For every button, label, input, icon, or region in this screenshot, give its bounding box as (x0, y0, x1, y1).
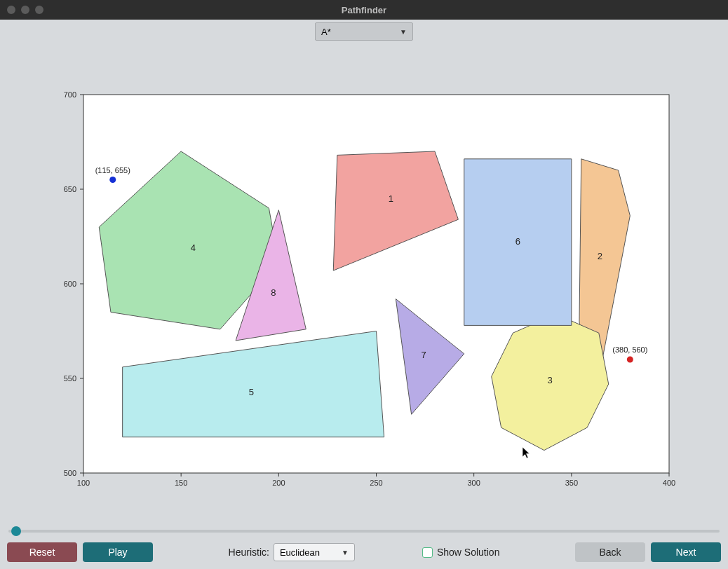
footer: Reset Play Heuristic: Euclidean ▼ Show S… (0, 524, 728, 569)
checkbox-box (422, 547, 433, 558)
slider-track (8, 530, 720, 533)
buttons-row: Reset Play Heuristic: Euclidean ▼ Show S… (7, 542, 721, 562)
svg-text:350: 350 (565, 479, 578, 487)
svg-text:250: 250 (370, 479, 382, 487)
toolbar: A* ▼ (0, 20, 728, 41)
group-center: Heuristic: Euclidean ▼ Show Solution (229, 543, 500, 561)
svg-text:550: 550 (64, 374, 76, 383)
svg-text:600: 600 (64, 280, 76, 288)
heuristic-select-value: Euclidean (280, 547, 320, 558)
polygon-label-2: 2 (598, 251, 602, 261)
algorithm-select-label: A* (321, 27, 331, 37)
reset-button[interactable]: Reset (7, 542, 77, 562)
maximize-icon[interactable] (35, 6, 43, 14)
minimize-icon[interactable] (21, 6, 29, 14)
heuristic-label: Heuristic: (229, 547, 269, 558)
polygon-label-1: 1 (389, 193, 393, 204)
point-goal (627, 357, 633, 363)
progress-slider[interactable] (7, 524, 721, 538)
group-left: Reset Play (7, 542, 153, 562)
svg-text:400: 400 (663, 479, 675, 487)
polygon-label-8: 8 (271, 287, 276, 298)
titlebar: Pathfinder (0, 0, 728, 20)
svg-text:650: 650 (64, 185, 76, 193)
main-area: 12345678(115, 655)(380, 560)100150200250… (0, 41, 728, 524)
svg-text:150: 150 (175, 479, 187, 487)
polygon-label-4: 4 (191, 242, 196, 253)
slider-thumb[interactable] (11, 526, 21, 536)
pathfinder-plot[interactable]: 12345678(115, 655)(380, 560)100150200250… (45, 88, 683, 501)
show-solution-label: Show Solution (437, 547, 500, 558)
plot-container: 12345678(115, 655)(380, 560)100150200250… (45, 88, 683, 501)
svg-text:100: 100 (77, 479, 90, 487)
chevron-down-icon: ▼ (342, 549, 349, 556)
next-button[interactable]: Next (651, 542, 721, 562)
polygon-label-3: 3 (548, 375, 553, 385)
svg-text:700: 700 (64, 90, 76, 99)
polygon-label-7: 7 (422, 350, 426, 360)
point-label-start: (115, 655) (95, 166, 130, 174)
polygon-label-6: 6 (515, 236, 520, 247)
close-icon[interactable] (7, 6, 15, 14)
back-button[interactable]: Back (575, 542, 645, 562)
traffic-lights (7, 6, 43, 14)
app-window: Pathfinder A* ▼ 12345678(115, 655)(380, … (0, 0, 728, 569)
svg-text:300: 300 (467, 479, 480, 487)
heuristic-select[interactable]: Euclidean ▼ (274, 543, 355, 561)
svg-text:500: 500 (64, 469, 76, 477)
algorithm-select[interactable]: A* ▼ (315, 22, 413, 41)
chevron-down-icon: ▼ (400, 28, 407, 36)
group-right: Back Next (575, 542, 721, 562)
svg-text:200: 200 (272, 479, 285, 487)
polygon-label-5: 5 (249, 387, 254, 397)
show-solution-checkbox[interactable]: Show Solution (422, 547, 500, 558)
point-label-goal: (380, 560) (612, 345, 647, 354)
point-start (109, 177, 116, 183)
window-title: Pathfinder (0, 5, 728, 15)
play-button[interactable]: Play (83, 542, 153, 562)
cursor-icon (522, 446, 532, 459)
